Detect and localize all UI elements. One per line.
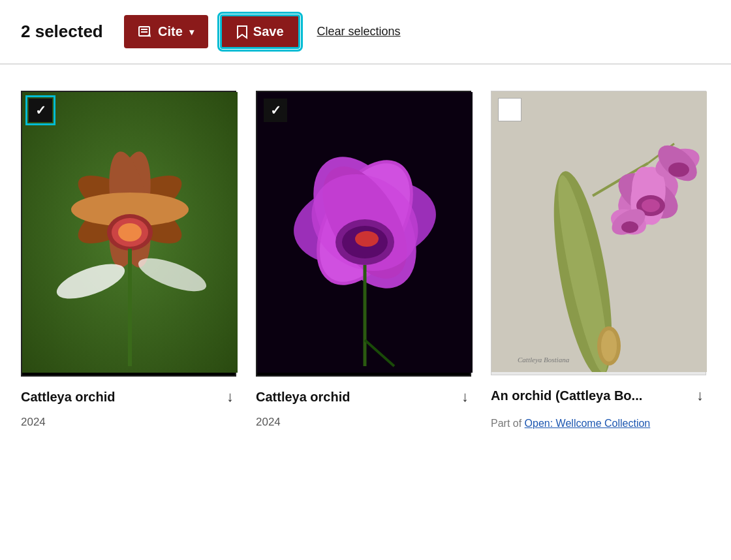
card-checkbox-2[interactable]: ✓: [264, 99, 287, 122]
card-title-row: Cattleya orchid ↓: [21, 386, 236, 408]
toolbar: 2 selected Cite ▾ Save Clear selections: [0, 0, 731, 65]
save-bookmark-icon: [236, 25, 248, 39]
svg-point-31: [601, 330, 617, 362]
checkmark-icon: ✓: [270, 104, 281, 117]
card-image-container: ✓: [21, 91, 236, 377]
svg-point-11: [118, 223, 142, 241]
save-button[interactable]: Save: [220, 14, 300, 49]
svg-point-24: [355, 231, 379, 247]
card-checkbox-3[interactable]: [498, 98, 521, 121]
part-of-prefix: Part of: [491, 418, 525, 429]
card-item: Cattleya Bostiana An orchid (Cattleya Bo…: [491, 91, 706, 431]
card-title-row: An orchid (Cattleya Bo... ↓: [491, 384, 706, 407]
cite-label: Cite: [158, 24, 183, 39]
clear-selections-button[interactable]: Clear selections: [317, 25, 401, 39]
card-item: ✓: [21, 91, 236, 429]
svg-point-45: [621, 221, 638, 233]
card-image-2: [257, 92, 473, 373]
gallery: ✓: [0, 65, 731, 458]
checkmark-icon: ✓: [35, 104, 46, 117]
download-icon[interactable]: ↓: [459, 386, 471, 408]
card-year: 2024: [21, 416, 236, 429]
download-icon[interactable]: ↓: [224, 386, 236, 408]
checkbox-box[interactable]: [498, 98, 521, 121]
svg-text:Cattleya Bostiana: Cattleya Bostiana: [518, 356, 570, 364]
svg-point-42: [668, 163, 689, 177]
svg-point-39: [642, 199, 660, 212]
chevron-down-icon: ▾: [189, 27, 194, 37]
checkbox-box[interactable]: ✓: [264, 99, 287, 122]
card-title: Cattleya orchid: [256, 388, 350, 405]
card-part-of: Part of Open: Wellcome Collection: [491, 416, 706, 431]
card-year: 2024: [256, 416, 471, 429]
card-title: An orchid (Cattleya Bo...: [491, 387, 642, 404]
card-checkbox-1[interactable]: ✓: [29, 99, 52, 122]
card-image-1: [22, 92, 238, 373]
card-body-3: An orchid (Cattleya Bo... ↓ Part of Open…: [491, 375, 706, 431]
selected-count: 2 selected: [21, 22, 112, 42]
checkbox-box[interactable]: ✓: [29, 99, 52, 122]
download-icon[interactable]: ↓: [694, 384, 706, 407]
wellcome-collection-link[interactable]: Open: Wellcome Collection: [525, 418, 651, 429]
cite-icon: [138, 25, 153, 39]
card-image-container: Cattleya Bostiana: [491, 91, 706, 375]
save-label: Save: [253, 24, 284, 39]
card-body-2: Cattleya orchid ↓ 2024: [256, 377, 471, 429]
card-title: Cattleya orchid: [21, 388, 115, 405]
card-title-row: Cattleya orchid ↓: [256, 386, 471, 408]
card-item: ✓: [256, 91, 471, 429]
cite-button[interactable]: Cite ▾: [124, 15, 208, 48]
card-image-3: Cattleya Bostiana: [491, 91, 707, 372]
card-image-container: ✓: [256, 91, 471, 377]
card-body-1: Cattleya orchid ↓ 2024: [21, 377, 236, 429]
